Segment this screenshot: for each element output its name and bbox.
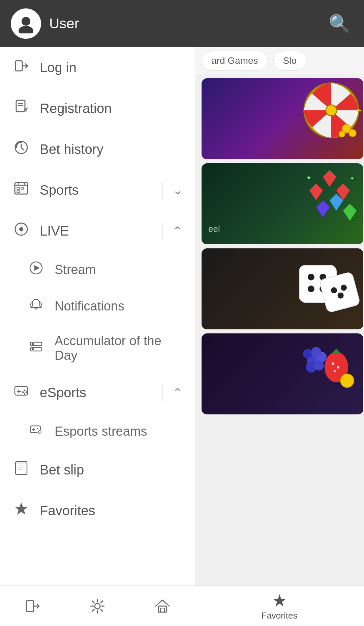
svg-marker-53 [34, 265, 40, 271]
svg-point-17 [308, 285, 314, 292]
sports-icon [12, 181, 30, 200]
svg-rect-81 [160, 608, 164, 612]
accumulator-icon [27, 339, 45, 357]
svg-text:✦: ✦ [350, 175, 354, 181]
menu-item-live[interactable]: LIVE ⌃ [0, 211, 195, 251]
svg-rect-37 [16, 61, 22, 71]
esports-icon [12, 383, 30, 402]
side-menu: User Log in Registrat [0, 0, 195, 626]
sub-item-esports-streams[interactable]: Esports streams [0, 413, 195, 450]
favorites-menu-icon [12, 501, 30, 520]
svg-marker-77 [15, 502, 28, 515]
live-divider [162, 223, 163, 240]
svg-point-33 [314, 360, 324, 371]
stream-icon [27, 261, 45, 278]
bet-history-icon [12, 140, 30, 159]
settings-icon [89, 597, 106, 615]
dice-graphic [289, 255, 363, 316]
bet-history-label: Bet history [40, 142, 183, 157]
game-card-1[interactable] [202, 78, 363, 159]
home-icon [154, 597, 171, 615]
sports-divider [162, 182, 163, 199]
game-card-2[interactable]: ✦ ✦ eel [202, 163, 363, 244]
tab-card-games[interactable]: ard Games [202, 51, 268, 71]
svg-rect-46 [17, 187, 20, 189]
svg-rect-47 [21, 187, 24, 189]
svg-point-79 [95, 603, 100, 609]
svg-marker-9 [316, 200, 330, 217]
svg-rect-58 [15, 386, 28, 395]
svg-point-35 [22, 17, 30, 26]
card-2-label: eel [208, 224, 220, 234]
esports-divider [162, 384, 163, 401]
svg-marker-2 [357, 109, 362, 112]
bottom-navigation [0, 586, 195, 626]
sub-item-accumulator[interactable]: Accumulator of the Day [0, 324, 195, 372]
gems-graphic: ✦ ✦ [296, 163, 363, 231]
svg-rect-76 [16, 462, 27, 464]
login-icon [12, 58, 30, 77]
svg-point-30 [303, 349, 312, 358]
fruits-graphic [289, 333, 363, 394]
menu-header: User [0, 0, 195, 47]
svg-point-4 [349, 130, 356, 137]
avatar[interactable] [11, 8, 41, 39]
svg-point-61 [24, 390, 26, 391]
svg-rect-78 [26, 601, 34, 611]
favorites-menu-label: Favorites [40, 503, 183, 518]
menu-item-esports[interactable]: eSports ⌃ [0, 372, 195, 413]
svg-rect-80 [158, 606, 166, 612]
menu-item-bet-history[interactable]: Bet history [0, 129, 195, 170]
logout-button[interactable] [0, 586, 65, 626]
svg-point-64 [24, 393, 26, 395]
search-icon[interactable]: 🔍 [329, 13, 351, 34]
svg-point-15 [308, 274, 314, 280]
svg-text:✦: ✦ [306, 174, 312, 182]
registration-label: Registration [40, 101, 183, 116]
esports-label: eSports [40, 385, 153, 400]
svg-marker-6 [323, 170, 336, 187]
esports-chevron[interactable]: ⌃ [173, 386, 183, 400]
menu-item-favorites[interactable]: Favorites [0, 490, 195, 531]
svg-rect-55 [32, 343, 34, 345]
login-label: Log in [40, 60, 183, 75]
svg-marker-7 [309, 184, 323, 200]
svg-point-27 [334, 370, 336, 372]
svg-point-25 [332, 362, 334, 365]
svg-point-71 [39, 431, 41, 433]
top-bar-right: 🔍 [195, 0, 364, 47]
sub-item-stream[interactable]: Stream [0, 251, 195, 288]
esports-streams-label: Esports streams [55, 424, 147, 439]
svg-point-63 [22, 391, 24, 393]
sports-chevron[interactable]: ⌄ [173, 183, 183, 197]
tab-slots[interactable]: Slo [273, 51, 306, 71]
notifications-icon [27, 297, 45, 315]
menu-item-registration[interactable]: Registration [0, 88, 195, 129]
settings-button[interactable] [65, 586, 130, 626]
category-tabs: ard Games Slo [195, 47, 364, 74]
live-icon [12, 221, 30, 241]
menu-body: Log in Registration [0, 47, 195, 586]
bet-slip-icon [12, 460, 30, 480]
esports-streams-icon [27, 423, 45, 440]
menu-item-login[interactable]: Log in [0, 47, 195, 88]
svg-rect-48 [17, 191, 20, 193]
bet-slip-label: Bet slip [40, 462, 183, 478]
favorites-icon-right[interactable]: ★ [272, 591, 287, 610]
registration-icon [12, 99, 30, 118]
live-chevron[interactable]: ⌃ [173, 224, 183, 238]
live-label: LIVE [40, 223, 153, 239]
accumulator-label: Accumulator of the Day [55, 334, 183, 363]
svg-point-68 [37, 428, 38, 429]
game-card-3[interactable] [202, 248, 363, 329]
svg-point-34 [340, 374, 354, 387]
svg-marker-11 [343, 204, 357, 221]
sub-item-notifications[interactable]: Notifications [0, 288, 195, 324]
menu-item-bet-slip[interactable]: Bet slip [0, 450, 195, 490]
home-button[interactable] [130, 586, 195, 626]
menu-item-sports[interactable]: Sports ⌄ [0, 170, 195, 211]
svg-point-36 [19, 26, 33, 33]
game-card-4[interactable] [202, 333, 363, 414]
favorites-label-right: Favorites [262, 610, 298, 621]
stream-label: Stream [55, 263, 96, 277]
